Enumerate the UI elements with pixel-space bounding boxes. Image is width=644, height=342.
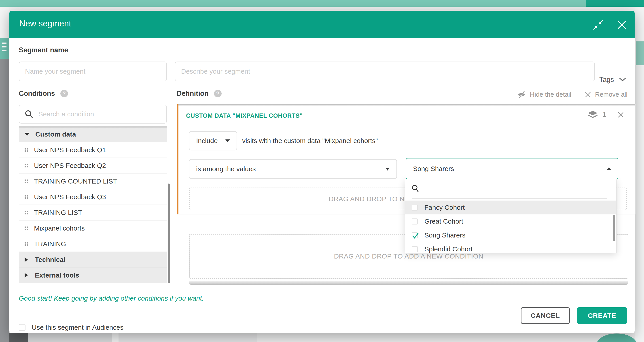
- drag-handle-icon: [24, 211, 28, 214]
- modal-header: New segment: [10, 11, 634, 38]
- background-left-panel: [0, 59, 10, 342]
- checkbox-checked[interactable]: [412, 232, 418, 238]
- drag-handle-icon: [24, 179, 28, 183]
- background-right-teal-band: [636, 42, 644, 65]
- background-bottom-block: [257, 333, 634, 342]
- hide-detail-button[interactable]: Hide the detail: [517, 91, 571, 98]
- checkmark-icon: [412, 232, 419, 239]
- checkbox-unchecked[interactable]: [412, 218, 418, 224]
- background-bottom-block: [112, 333, 118, 342]
- condition-group-custom-data[interactable]: Custom data: [19, 126, 167, 142]
- collapse-button[interactable]: [593, 20, 603, 30]
- drag-handle-icon: [24, 164, 28, 167]
- audiences-option: Use this segment in Audiences: [19, 324, 124, 331]
- condition-item[interactable]: User NPS Feedback Q2: [19, 158, 167, 173]
- definition-header: Definition ?: [177, 90, 222, 98]
- condition-group-external-tools[interactable]: External tools: [19, 267, 167, 283]
- compress-arrows-icon: [593, 20, 603, 30]
- include-description: visits with the custom data "Mixpanel co…: [242, 137, 378, 145]
- condition-item[interactable]: TRAINING LIST: [19, 205, 167, 220]
- card-top-shadow: [178, 104, 635, 106]
- triangle-up-icon: [607, 167, 611, 170]
- close-button[interactable]: [617, 20, 627, 30]
- condition-search: [19, 105, 167, 124]
- chevron-down-icon: [619, 78, 626, 82]
- background-bottom-block: [10, 333, 28, 342]
- eye-off-icon: [517, 91, 526, 98]
- dropdown-option[interactable]: Song Sharers: [405, 228, 616, 242]
- audiences-label: Use this segment in Audiences: [32, 324, 124, 331]
- condition-item[interactable]: TRAINING: [19, 236, 167, 252]
- conditions-scrollbar[interactable]: [168, 184, 170, 283]
- values-select[interactable]: Song Sharers: [406, 158, 618, 179]
- audiences-checkbox[interactable]: [19, 324, 26, 331]
- values-dropdown-panel: Fancy Cohort Great Cohort Song Sharers S…: [405, 179, 616, 253]
- dropdown-scrollbar[interactable]: [613, 215, 615, 241]
- include-select[interactable]: Include: [189, 131, 237, 150]
- segment-name-input[interactable]: [19, 62, 167, 81]
- operator-select[interactable]: is among the values: [189, 159, 397, 179]
- search-icon: [24, 110, 34, 119]
- dropdown-search: [412, 179, 607, 199]
- condition-group-technical[interactable]: Technical: [19, 252, 167, 267]
- tags-label: Tags: [599, 76, 614, 84]
- checkbox-unchecked[interactable]: [412, 205, 418, 211]
- drag-handle-icon: [24, 148, 28, 152]
- background-topbar-right: [586, 0, 644, 7]
- triangle-right-icon: [24, 273, 28, 278]
- cancel-button[interactable]: CANCEL: [521, 307, 570, 324]
- conditions-header: Conditions ?: [19, 90, 68, 98]
- dropdown-option[interactable]: Splendid Cohort: [405, 242, 616, 253]
- triangle-down-icon: [385, 168, 390, 171]
- condition-item[interactable]: User NPS Feedback Q3: [19, 189, 167, 205]
- definition-label: Definition: [177, 90, 209, 98]
- definition-horizontal-scrollbar[interactable]: [189, 281, 628, 285]
- condition-card-title: CUSTOM DATA "MIXPANEL COHORTS": [186, 112, 303, 119]
- close-icon: [617, 20, 627, 30]
- background-bottom-block: [118, 333, 257, 342]
- search-icon: [412, 184, 420, 193]
- condition-item[interactable]: TRAINING COUNTED LIST: [19, 173, 167, 189]
- checkbox-unchecked[interactable]: [412, 246, 418, 252]
- tags-dropdown[interactable]: Tags: [599, 76, 626, 84]
- definition-tools: Hide the detail Remove all: [517, 91, 628, 98]
- remove-x-icon: [585, 92, 591, 98]
- hamburger-menu-icon: [0, 38, 10, 59]
- triangle-right-icon: [24, 257, 28, 262]
- layers-icon: [588, 111, 598, 119]
- condition-search-input[interactable]: [38, 110, 161, 118]
- layer-count: 1: [588, 111, 606, 119]
- conditions-list: Custom data User NPS Feedback Q1 User NP…: [19, 126, 167, 283]
- drag-handle-icon: [24, 195, 28, 199]
- encouragement-hint: Good start! Keep going by adding other c…: [19, 294, 204, 302]
- dropdown-option[interactable]: Great Cohort: [405, 214, 616, 228]
- background-bottom-block: [28, 333, 112, 342]
- condition-card-tools: 1: [588, 111, 624, 119]
- conditions-label: Conditions: [19, 90, 55, 98]
- triangle-down-icon: [24, 133, 30, 136]
- drag-handle-icon: [24, 226, 28, 230]
- condition-item[interactable]: Mixpanel cohorts: [19, 220, 167, 236]
- create-button[interactable]: CREATE: [577, 307, 627, 324]
- remove-condition-icon[interactable]: [618, 112, 624, 118]
- segment-name-label: Segment name: [19, 46, 68, 54]
- help-icon[interactable]: ?: [60, 90, 68, 97]
- condition-item[interactable]: User NPS Feedback Q1: [19, 142, 167, 158]
- remove-all-button[interactable]: Remove all: [585, 91, 628, 98]
- triangle-down-icon: [226, 139, 230, 142]
- modal-title: New segment: [19, 19, 71, 29]
- dropdown-search-input[interactable]: [424, 185, 607, 192]
- background-topbar: [0, 0, 644, 7]
- dropdown-option[interactable]: Fancy Cohort: [405, 201, 616, 214]
- new-segment-modal: New segment Segment name Tags Conditions…: [10, 11, 634, 333]
- drag-handle-icon: [24, 242, 28, 246]
- segment-description-input[interactable]: [175, 62, 595, 81]
- help-icon[interactable]: ?: [214, 90, 222, 97]
